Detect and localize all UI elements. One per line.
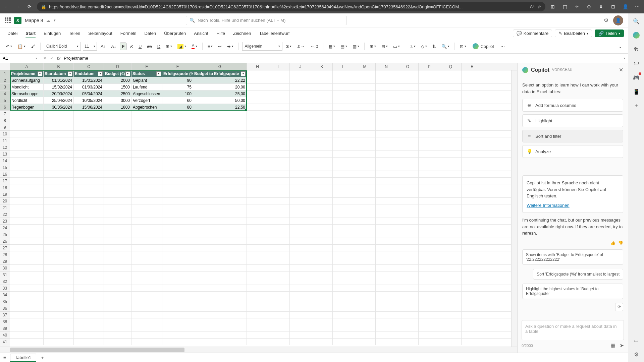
cell[interactable] [268, 70, 290, 77]
cell[interactable]: 75 [162, 84, 193, 90]
cell[interactable] [104, 137, 131, 144]
cell[interactable] [397, 158, 419, 164]
cell[interactable] [333, 158, 354, 164]
cell[interactable] [311, 238, 333, 244]
cell[interactable] [311, 332, 333, 338]
extensions-icon[interactable]: ⊞ [549, 3, 557, 11]
document-name[interactable]: Mappe 8 [25, 18, 43, 23]
cell[interactable] [333, 77, 354, 83]
cell[interactable] [74, 318, 104, 325]
cell[interactable] [311, 70, 333, 77]
cell[interactable]: Abgeschlossen [131, 90, 162, 97]
cell[interactable] [290, 225, 311, 231]
cell[interactable] [311, 164, 333, 171]
cell[interactable] [462, 318, 483, 325]
cell[interactable]: 22,22 [193, 77, 247, 83]
cell[interactable] [354, 131, 376, 137]
cell[interactable] [162, 211, 193, 218]
table-header-cell[interactable]: Startdatum▾ [44, 70, 74, 77]
fill-color-button[interactable]: ◢▾ [176, 43, 188, 50]
cell[interactable] [376, 265, 397, 271]
cell[interactable] [376, 285, 397, 291]
cell[interactable] [333, 144, 354, 150]
cell[interactable] [104, 265, 131, 271]
cell[interactable] [462, 117, 483, 124]
cell[interactable] [354, 278, 376, 285]
shop-rail-icon[interactable]: 🏷 [633, 60, 640, 67]
cell[interactable] [74, 298, 104, 305]
cell[interactable] [397, 225, 419, 231]
cell[interactable] [376, 171, 397, 177]
cell[interactable] [10, 225, 44, 231]
cell[interactable] [397, 305, 419, 311]
cell[interactable] [376, 111, 397, 117]
cell[interactable] [193, 231, 247, 238]
cell[interactable] [462, 285, 483, 291]
cell[interactable] [10, 211, 44, 218]
cell[interactable] [247, 285, 268, 291]
cell[interactable] [419, 124, 440, 130]
cell[interactable] [462, 312, 483, 318]
cell[interactable] [419, 238, 440, 244]
cell[interactable] [247, 171, 268, 177]
cell[interactable] [376, 325, 397, 331]
cell[interactable] [104, 318, 131, 325]
cell[interactable] [104, 131, 131, 137]
cell[interactable] [311, 285, 333, 291]
copilot-option-highlight[interactable]: ✎Highlight [522, 114, 623, 127]
cell[interactable] [462, 325, 483, 331]
fx-expand-icon[interactable]: ▾ [621, 56, 628, 60]
cell[interactable] [333, 178, 354, 184]
cell[interactable] [419, 204, 440, 211]
cell[interactable] [333, 278, 354, 285]
ribbon-tab-formeln[interactable]: Formeln [117, 29, 140, 38]
align-button[interactable]: ≡▾ [206, 43, 215, 50]
cell[interactable] [44, 238, 74, 244]
cell[interactable] [74, 272, 104, 278]
cell[interactable] [247, 158, 268, 164]
cell[interactable]: 15/01/2024 [74, 77, 104, 83]
row-header[interactable]: 36 [0, 305, 10, 312]
cell[interactable] [268, 285, 290, 291]
cell[interactable] [247, 339, 268, 345]
cell[interactable] [376, 278, 397, 285]
cell[interactable] [247, 144, 268, 150]
cell[interactable] [354, 318, 376, 325]
cell[interactable] [290, 325, 311, 331]
apps-icon[interactable]: ⊡ [609, 3, 617, 11]
cell[interactable] [440, 124, 462, 130]
cell[interactable] [290, 70, 311, 77]
cell[interactable] [440, 97, 462, 104]
cell[interactable] [131, 144, 162, 150]
cell[interactable] [104, 251, 131, 258]
filter-dropdown-icon[interactable]: ▾ [156, 71, 161, 76]
cell[interactable] [290, 178, 311, 184]
cell[interactable] [290, 90, 311, 97]
table-format-button[interactable]: ▤▾ [339, 43, 349, 50]
ribbon-tab-tabellenentwurf[interactable]: Tabellenentwurf [256, 29, 293, 38]
table-header-cell[interactable]: Erfolgsquote (%)▾ [162, 70, 193, 77]
ribbon-tab-datei[interactable]: Datei [4, 29, 21, 38]
cell[interactable] [193, 144, 247, 150]
copilot-input[interactable]: Ask a question or make a request about d… [522, 320, 624, 340]
cell[interactable] [290, 117, 311, 124]
cell[interactable] [74, 245, 104, 251]
row-header[interactable]: 34 [0, 292, 10, 298]
cell[interactable] [44, 117, 74, 124]
cell[interactable] [311, 111, 333, 117]
cell[interactable] [311, 278, 333, 285]
cell[interactable] [193, 124, 247, 130]
cell[interactable] [131, 278, 162, 285]
cell[interactable] [333, 245, 354, 251]
cell[interactable] [162, 171, 193, 177]
cell[interactable] [440, 225, 462, 231]
cell[interactable] [268, 332, 290, 338]
cell[interactable] [193, 265, 247, 271]
app-launcher-icon[interactable] [5, 17, 11, 23]
cell[interactable] [354, 225, 376, 231]
row-header[interactable]: 25 [0, 231, 10, 238]
cell[interactable] [419, 258, 440, 264]
cell[interactable] [247, 238, 268, 244]
copilot-rail-icon[interactable] [633, 32, 640, 39]
cell[interactable] [10, 231, 44, 238]
